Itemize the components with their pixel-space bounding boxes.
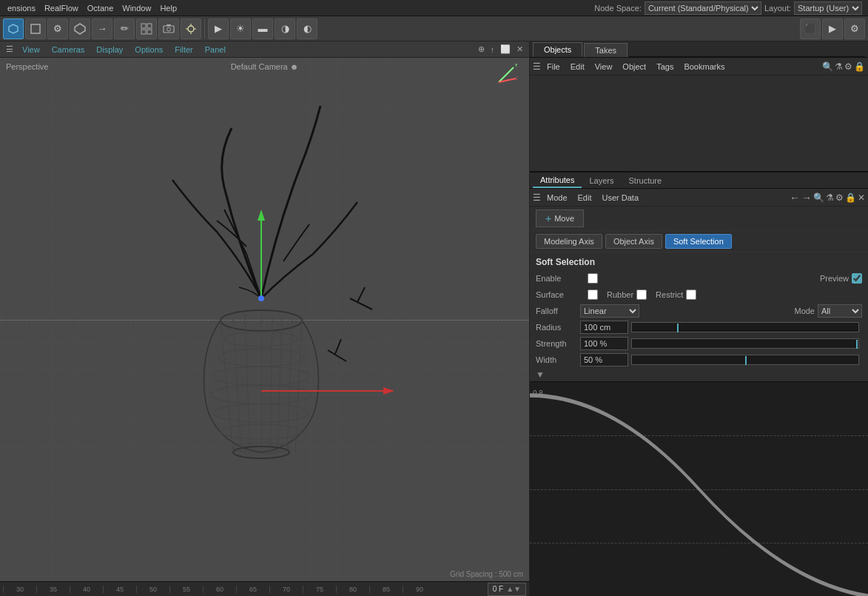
objects-tags-menu[interactable]: Tags <box>652 61 678 73</box>
subtab-modeling-axis[interactable]: Modeling Axis <box>536 234 602 249</box>
viewport-menu-icon[interactable]: ☰ <box>3 43 16 56</box>
viewport-close-icon[interactable]: ✕ <box>514 43 526 56</box>
menu-octane[interactable]: Octane <box>83 2 118 14</box>
viewport-camera-label: Default Camera ☻ <box>231 62 299 71</box>
viewport-options-menu[interactable]: Options <box>129 44 169 56</box>
playback-play-btn[interactable]: ▶ <box>822 19 843 39</box>
svg-rect-7 <box>164 26 174 33</box>
subtab-soft-selection[interactable]: Soft Selection <box>665 234 732 249</box>
objects-bookmarks-menu[interactable]: Bookmarks <box>679 61 729 73</box>
radius-slider-track[interactable] <box>631 322 859 332</box>
svg-marker-43 <box>383 387 394 395</box>
attr-back-btn[interactable]: ← <box>790 192 800 204</box>
enable-checkbox[interactable] <box>588 273 598 284</box>
objects-object-menu[interactable]: Object <box>618 61 650 73</box>
tab-takes[interactable]: Takes <box>584 43 628 57</box>
attr-settings-btn[interactable]: ⚙ <box>835 192 844 203</box>
mode-select[interactable]: All <box>818 304 862 318</box>
objects-view-menu[interactable]: View <box>591 61 617 73</box>
viewport-maximize-icon[interactable]: ⬜ <box>497 43 514 56</box>
viewport-move-icon[interactable]: ⊕ <box>475 43 488 56</box>
viewport-display-menu[interactable]: Display <box>90 44 129 56</box>
strength-slider-thumb <box>856 340 858 349</box>
current-frame: 0 F <box>493 585 503 593</box>
viewport-canvas[interactable]: Perspective Default Camera ☻ Y X <box>0 58 529 581</box>
playback-black-btn[interactable]: ⬛ <box>800 19 821 39</box>
restrict-checkbox[interactable] <box>686 289 696 300</box>
objects-settings-icon[interactable]: ⚙ <box>844 61 852 72</box>
svg-line-33 <box>245 315 250 452</box>
menu-realflow[interactable]: RealFlow <box>40 2 83 14</box>
strength-input[interactable] <box>580 337 628 350</box>
playback-settings-btn[interactable]: ⚙ <box>844 19 865 39</box>
gear-icon-btn[interactable]: ⚙ <box>47 19 68 39</box>
radius-input[interactable] <box>580 321 628 334</box>
viewport-view-menu[interactable]: View <box>16 44 46 56</box>
attr-tab-layers[interactable]: Layers <box>582 174 621 187</box>
attr-tab-structure[interactable]: Structure <box>622 174 670 187</box>
half-circle2-icon-btn[interactable]: ◐ <box>297 19 317 39</box>
attr-lock-btn[interactable]: 🔒 <box>845 192 856 203</box>
light-icon-btn[interactable] <box>181 19 201 39</box>
half-circle-icon-btn[interactable]: ◑ <box>275 19 295 39</box>
attr-userdata-menu[interactable]: User Data <box>598 192 644 204</box>
attr-mode-menu[interactable]: Mode <box>542 192 572 204</box>
attr-search-btn[interactable]: 🔍 <box>813 192 824 203</box>
axes-indicator: Y X <box>495 64 517 86</box>
viewport-cameras-menu[interactable]: Cameras <box>46 44 91 56</box>
grid-spacing-label: Grid Spacing : 500 cm <box>450 570 523 578</box>
layout-select[interactable]: Startup (User) <box>794 1 862 15</box>
svg-text:Y: Y <box>514 64 517 68</box>
strength-slider-track[interactable] <box>631 338 859 349</box>
svg-line-22 <box>335 339 341 354</box>
play-icon-btn[interactable]: ▶ <box>208 19 229 39</box>
polygon-icon-btn[interactable] <box>70 19 90 39</box>
rect-icon-btn[interactable]: ▬ <box>252 19 273 39</box>
objects-menu-icon[interactable]: ☰ <box>533 61 541 72</box>
subtab-object-axis[interactable]: Object Axis <box>605 234 662 249</box>
svg-line-19 <box>350 298 372 309</box>
width-slider-track[interactable] <box>631 355 859 365</box>
attr-filter-btn[interactable]: ⚗ <box>826 192 834 203</box>
rubber-label: Rubber <box>607 290 633 299</box>
attr-menu-icon[interactable]: ☰ <box>533 192 541 203</box>
attr-tab-attributes[interactable]: Attributes <box>533 173 582 188</box>
grid-icon-btn[interactable] <box>136 19 157 39</box>
node-space-select[interactable]: Current (Standard/Physical) <box>645 1 761 15</box>
objects-file-menu[interactable]: File <box>542 61 565 73</box>
preview-checkbox[interactable] <box>852 273 862 284</box>
attr-forward-btn[interactable]: → <box>801 192 812 204</box>
menu-extensions[interactable]: ensions <box>3 2 40 14</box>
objects-lock-icon[interactable]: 🔒 <box>854 61 865 72</box>
radius-label: Radius <box>536 323 580 332</box>
arrow-icon-btn[interactable]: → <box>92 19 112 39</box>
rubber-checkbox[interactable] <box>636 289 647 300</box>
objects-edit-menu[interactable]: Edit <box>566 61 589 73</box>
svg-point-44 <box>258 295 264 301</box>
cube-icon-btn[interactable] <box>3 19 24 39</box>
width-input[interactable] <box>580 353 628 366</box>
graph-area[interactable]: 0.8 <box>530 381 868 596</box>
viewport-panel-menu[interactable]: Panel <box>199 44 232 56</box>
objects-filter-icon[interactable]: ⚗ <box>835 61 843 72</box>
expand-triangle-btn[interactable]: ▼ <box>536 369 545 380</box>
cube2-icon-btn[interactable] <box>25 19 46 39</box>
layout-label: Layout: <box>764 4 791 13</box>
tab-objects[interactable]: Objects <box>533 42 582 57</box>
camera-icon-btn[interactable] <box>158 19 179 39</box>
node-space-label: Node Space: <box>594 4 642 13</box>
attr-edit-menu[interactable]: Edit <box>573 192 596 204</box>
pen-icon-btn[interactable]: ✏ <box>114 19 135 39</box>
frame-scroll[interactable]: ▲▼ <box>506 585 521 593</box>
surface-checkbox[interactable] <box>588 289 598 300</box>
viewport-filter-menu[interactable]: Filter <box>169 44 198 56</box>
menu-window[interactable]: Window <box>118 2 155 14</box>
attr-close-btn[interactable]: ✕ <box>858 192 865 203</box>
viewport-up-icon[interactable]: ↑ <box>488 44 498 56</box>
move-button[interactable]: + Move <box>536 210 584 227</box>
sun-icon-btn[interactable]: ☀ <box>230 19 251 39</box>
menu-help[interactable]: Help <box>155 2 181 14</box>
objects-search-icon[interactable]: 🔍 <box>822 61 833 72</box>
falloff-select[interactable]: Linear <box>580 304 639 318</box>
svg-point-10 <box>188 26 194 32</box>
